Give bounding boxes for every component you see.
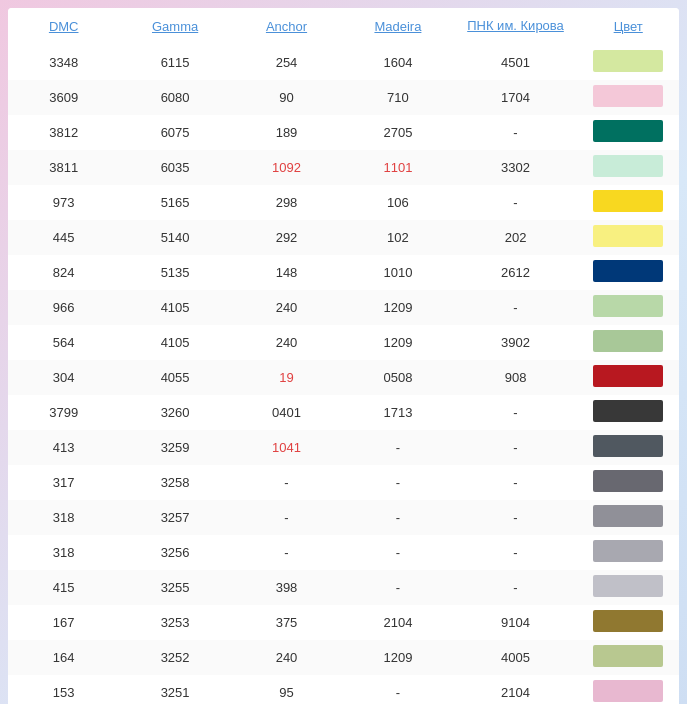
color-swatch xyxy=(593,120,663,142)
cell-color xyxy=(577,45,679,80)
cell-dmc: 973 xyxy=(8,185,119,220)
cell-madeira: 1101 xyxy=(342,150,453,185)
cell-color xyxy=(577,150,679,185)
cell-dmc: 167 xyxy=(8,605,119,640)
table-row: 36096080907101704 xyxy=(8,80,679,115)
header-color[interactable]: Цвет xyxy=(577,8,679,45)
cell-dmc: 153 xyxy=(8,675,119,704)
cell-pnk: 2104 xyxy=(454,675,578,704)
cell-color xyxy=(577,500,679,535)
cell-dmc: 445 xyxy=(8,220,119,255)
color-swatch xyxy=(593,470,663,492)
cell-gamma: 6115 xyxy=(119,45,230,80)
cell-color xyxy=(577,360,679,395)
cell-madeira: 106 xyxy=(342,185,453,220)
cell-pnk: - xyxy=(454,185,578,220)
cell-color xyxy=(577,465,679,500)
cell-dmc: 318 xyxy=(8,535,119,570)
cell-gamma: 5140 xyxy=(119,220,230,255)
cell-anchor: 254 xyxy=(231,45,342,80)
color-swatch xyxy=(593,260,663,282)
cell-pnk: 4501 xyxy=(454,45,578,80)
cell-anchor: 148 xyxy=(231,255,342,290)
cell-color xyxy=(577,115,679,150)
cell-anchor: 1092 xyxy=(231,150,342,185)
table-row: 3183257--- xyxy=(8,500,679,535)
cell-madeira: - xyxy=(342,430,453,465)
cell-color xyxy=(577,185,679,220)
header-pnk[interactable]: ПНК им. Кирова xyxy=(454,8,578,45)
cell-color xyxy=(577,430,679,465)
table-row: 167325337521049104 xyxy=(8,605,679,640)
cell-dmc: 3799 xyxy=(8,395,119,430)
header-dmc[interactable]: DMC xyxy=(8,8,119,45)
color-swatch xyxy=(593,680,663,702)
header-gamma[interactable]: Gamma xyxy=(119,8,230,45)
cell-madeira: 1209 xyxy=(342,640,453,675)
cell-madeira: 2705 xyxy=(342,115,453,150)
cell-anchor: 1041 xyxy=(231,430,342,465)
table-row: 381260751892705- xyxy=(8,115,679,150)
cell-dmc: 304 xyxy=(8,360,119,395)
table-row: 824513514810102612 xyxy=(8,255,679,290)
cell-dmc: 3609 xyxy=(8,80,119,115)
cell-pnk: - xyxy=(454,570,578,605)
color-table-container: DMC Gamma Anchor Madeira ПНК им. Кирова … xyxy=(8,8,679,704)
cell-anchor: 95 xyxy=(231,675,342,704)
cell-anchor: - xyxy=(231,535,342,570)
cell-madeira: - xyxy=(342,465,453,500)
cell-pnk: 908 xyxy=(454,360,578,395)
table-row: 41332591041-- xyxy=(8,430,679,465)
color-swatch xyxy=(593,85,663,107)
cell-dmc: 317 xyxy=(8,465,119,500)
table-row: 9735165298106- xyxy=(8,185,679,220)
color-swatch xyxy=(593,610,663,632)
cell-color xyxy=(577,605,679,640)
header-madeira[interactable]: Madeira xyxy=(342,8,453,45)
cell-pnk: 9104 xyxy=(454,605,578,640)
cell-anchor: 398 xyxy=(231,570,342,605)
cell-madeira: 102 xyxy=(342,220,453,255)
cell-madeira: 2104 xyxy=(342,605,453,640)
color-table: DMC Gamma Anchor Madeira ПНК им. Кирова … xyxy=(8,8,679,704)
cell-anchor: 240 xyxy=(231,640,342,675)
cell-pnk: - xyxy=(454,290,578,325)
table-row: 4455140292102202 xyxy=(8,220,679,255)
color-swatch xyxy=(593,540,663,562)
cell-pnk: - xyxy=(454,430,578,465)
color-swatch xyxy=(593,330,663,352)
color-swatch xyxy=(593,505,663,527)
color-swatch xyxy=(593,435,663,457)
color-swatch xyxy=(593,295,663,317)
table-row: 164325224012094005 xyxy=(8,640,679,675)
cell-dmc: 966 xyxy=(8,290,119,325)
cell-gamma: 3252 xyxy=(119,640,230,675)
cell-pnk: 1704 xyxy=(454,80,578,115)
cell-gamma: 3255 xyxy=(119,570,230,605)
color-swatch xyxy=(593,155,663,177)
cell-madeira: - xyxy=(342,675,453,704)
cell-color xyxy=(577,220,679,255)
cell-gamma: 3260 xyxy=(119,395,230,430)
cell-pnk: - xyxy=(454,535,578,570)
cell-pnk: - xyxy=(454,115,578,150)
cell-pnk: - xyxy=(454,500,578,535)
cell-madeira: - xyxy=(342,570,453,605)
cell-pnk: 2612 xyxy=(454,255,578,290)
color-swatch xyxy=(593,225,663,247)
cell-gamma: 6080 xyxy=(119,80,230,115)
cell-anchor: 292 xyxy=(231,220,342,255)
cell-madeira: 1010 xyxy=(342,255,453,290)
cell-dmc: 164 xyxy=(8,640,119,675)
cell-gamma: 4055 xyxy=(119,360,230,395)
table-row: 3799326004011713- xyxy=(8,395,679,430)
cell-madeira: 1604 xyxy=(342,45,453,80)
cell-gamma: 5135 xyxy=(119,255,230,290)
cell-color xyxy=(577,395,679,430)
cell-dmc: 564 xyxy=(8,325,119,360)
table-row: 564410524012093902 xyxy=(8,325,679,360)
table-row: 153325195-2104 xyxy=(8,675,679,704)
cell-anchor: 240 xyxy=(231,325,342,360)
color-swatch xyxy=(593,575,663,597)
header-anchor[interactable]: Anchor xyxy=(231,8,342,45)
